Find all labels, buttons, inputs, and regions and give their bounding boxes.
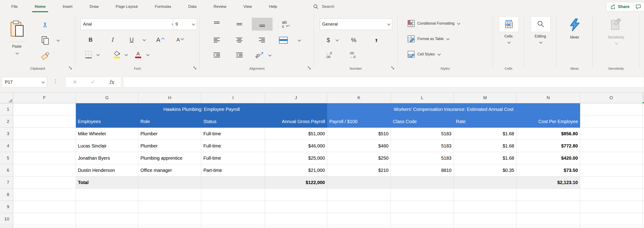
- cell-G8[interactable]: [76, 189, 138, 201]
- italic-button[interactable]: I: [108, 34, 117, 45]
- cell-H5[interactable]: Plumbing apprentice: [138, 152, 201, 164]
- comma-style-button[interactable]: ,: [371, 31, 382, 43]
- cell-O3[interactable]: [580, 128, 642, 140]
- cell-J6[interactable]: $21,000: [265, 164, 327, 176]
- sensitivity-button[interactable]: [592, 16, 640, 32]
- currency-dropdown[interactable]: [334, 34, 340, 46]
- tab-formulas[interactable]: Formulas: [146, 0, 180, 13]
- cut-button[interactable]: ✂: [40, 19, 51, 30]
- select-all-corner[interactable]: [0, 93, 13, 103]
- cell-M8[interactable]: [454, 189, 516, 201]
- conditional-formatting-button[interactable]: Conditional Formatting: [408, 20, 460, 27]
- format-as-table-button[interactable]: Format as Table: [408, 35, 449, 42]
- cell-header-annual-gross[interactable]: Annual Gross Payroll: [265, 115, 327, 128]
- cell-P5-partial[interactable]: [642, 152, 644, 164]
- formula-bar-grip-icon[interactable]: [55, 79, 56, 84]
- cell-M11-partial[interactable]: [454, 225, 516, 228]
- cell-K6[interactable]: $210: [327, 164, 391, 176]
- row-header-9[interactable]: 9: [0, 201, 13, 213]
- cell-I3[interactable]: Full-time: [201, 128, 265, 140]
- cell-O10[interactable]: [580, 213, 642, 225]
- cells-button[interactable]: [499, 16, 519, 32]
- cell-G4[interactable]: Lucas Sinclair: [76, 140, 138, 152]
- comments-button[interactable]: [633, 2, 644, 11]
- number-dialog-launcher-icon[interactable]: [391, 66, 395, 70]
- insert-function-icon[interactable]: fx: [109, 79, 114, 85]
- cell-N5[interactable]: $420.00: [516, 152, 580, 164]
- column-header-N[interactable]: N: [516, 93, 580, 103]
- merge-center-button[interactable]: ↔: [277, 34, 290, 46]
- cell-I6[interactable]: Part-time: [201, 164, 265, 176]
- tab-insert[interactable]: Insert: [54, 0, 81, 13]
- cell-L8[interactable]: [391, 189, 454, 201]
- cell-N3[interactable]: $856.80: [516, 128, 580, 140]
- cell-P6-partial[interactable]: [642, 164, 644, 176]
- cell-O1[interactable]: [580, 103, 642, 115]
- cell-O8[interactable]: [580, 189, 642, 201]
- cell-I7[interactable]: [201, 176, 265, 189]
- cell-I11-partial[interactable]: [201, 225, 265, 228]
- tab-draw[interactable]: Draw: [81, 0, 107, 13]
- cell-P8-partial[interactable]: [642, 189, 644, 201]
- cell-M7[interactable]: [454, 176, 516, 189]
- cell-G5[interactable]: Jonathan Byers: [76, 152, 138, 164]
- align-top-button[interactable]: [211, 18, 222, 30]
- copy-button[interactable]: [40, 35, 51, 45]
- cell-O11-partial[interactable]: [580, 225, 642, 228]
- row-header-5[interactable]: 5: [0, 152, 13, 164]
- cell-K3[interactable]: $510: [327, 128, 391, 140]
- search-control[interactable]: Search: [313, 0, 334, 13]
- increase-decimal-button[interactable]: ←.0.00: [323, 49, 335, 61]
- column-header-P-partial[interactable]: [642, 93, 644, 103]
- cell-F9[interactable]: [13, 201, 76, 213]
- cell-J9[interactable]: [265, 201, 327, 213]
- cell-header-class-code[interactable]: Class Code: [391, 115, 454, 128]
- column-header-F[interactable]: F: [13, 93, 76, 103]
- cell-K10[interactable]: [327, 213, 391, 225]
- row-header-7[interactable]: 7: [0, 176, 13, 189]
- cells-dropdown[interactable]: [493, 41, 524, 43]
- cell-total-annual-gross[interactable]: $122,000: [265, 176, 327, 189]
- cell-F11-partial[interactable]: [13, 225, 76, 228]
- cell-M3[interactable]: $1.68: [454, 128, 516, 140]
- cell-F5[interactable]: [13, 152, 76, 164]
- cell-P10-partial[interactable]: [642, 213, 644, 225]
- clipboard-dialog-launcher-icon[interactable]: [69, 66, 72, 70]
- font-name-combo[interactable]: Arial: [80, 18, 176, 30]
- column-header-K[interactable]: K: [327, 93, 391, 103]
- cell-J11-partial[interactable]: [265, 225, 327, 228]
- cell-G9[interactable]: [76, 201, 138, 213]
- cell-I4[interactable]: Full-time: [201, 140, 265, 152]
- cell-N8[interactable]: [516, 189, 580, 201]
- cell-G3[interactable]: Mike Wheeler: [76, 128, 138, 140]
- cell-M5[interactable]: $1.68: [454, 152, 516, 164]
- cell-insurance-title[interactable]: Workers' Compensation Insurance: Estimat…: [327, 103, 580, 115]
- cell-O7[interactable]: [580, 176, 642, 189]
- cell-M6[interactable]: $0.35: [454, 164, 516, 176]
- cell-styles-button[interactable]: Cell Styles: [408, 51, 440, 58]
- align-right-button[interactable]: [256, 34, 268, 46]
- orientation-button[interactable]: ab: [253, 49, 265, 61]
- increase-indent-button[interactable]: [234, 49, 245, 61]
- cell-P4-partial[interactable]: [642, 140, 644, 152]
- cell-H6[interactable]: Office manager: [138, 164, 201, 176]
- name-box[interactable]: P17: [2, 77, 47, 87]
- cell-N9[interactable]: [516, 201, 580, 213]
- cell-F1[interactable]: [13, 103, 76, 115]
- cell-I5[interactable]: Full-time: [201, 152, 265, 164]
- row-header-10[interactable]: 10: [0, 213, 13, 225]
- tab-view[interactable]: View: [235, 0, 260, 13]
- cell-P3-partial[interactable]: [642, 128, 644, 140]
- row-header-6[interactable]: 6: [0, 164, 13, 176]
- cell-G10[interactable]: [76, 213, 138, 225]
- cell-I9[interactable]: [201, 201, 265, 213]
- borders-dropdown[interactable]: [94, 49, 101, 60]
- fill-color-dropdown[interactable]: [123, 49, 129, 60]
- tab-file[interactable]: File: [3, 0, 26, 13]
- cell-N4[interactable]: $772.80: [516, 140, 580, 152]
- font-size-combo[interactable]: 9: [173, 18, 197, 30]
- cell-H10[interactable]: [138, 213, 201, 225]
- decrease-indent-button[interactable]: [211, 49, 222, 61]
- column-header-H[interactable]: H: [138, 93, 201, 103]
- cell-G11-partial[interactable]: [76, 225, 138, 228]
